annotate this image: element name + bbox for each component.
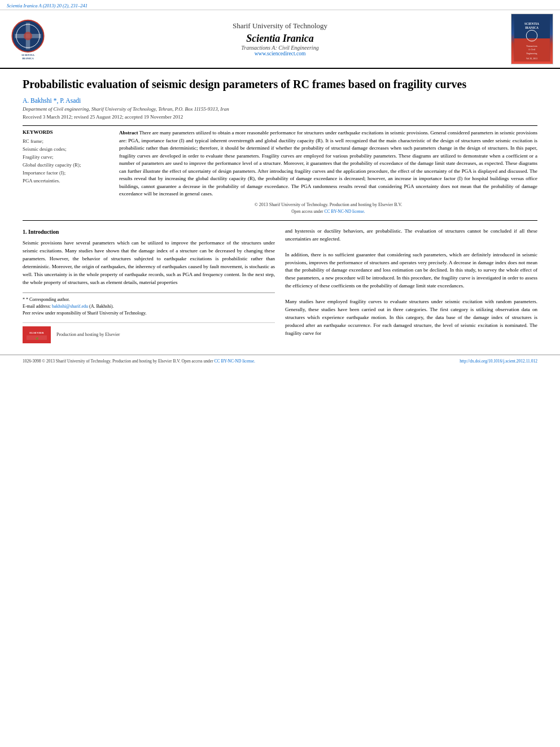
section1-number: 1. xyxy=(23,229,27,235)
scientia-iranica-logo: SCIENTIA IRANICA xyxy=(7,18,49,60)
section1-col2-para3: Many studies have employed fragility cur… xyxy=(285,298,537,338)
svg-point-5 xyxy=(24,32,32,40)
left-column: 1. Introduction Seismic provisions have … xyxy=(23,228,275,343)
section1-col1-para1: Seismic provisions have several paramete… xyxy=(23,239,275,287)
logo-right: SCIENTIA IRANICA Transactions A: Civil E… xyxy=(502,14,553,64)
body-columns: 1. Introduction Seismic provisions have … xyxy=(23,228,537,343)
elsevier-production-text: Production and hosting by Elsevier xyxy=(56,331,120,338)
keyword-3: Fragility curve; xyxy=(23,153,110,161)
email-address[interactable]: bakhshi@sharif.edu xyxy=(52,304,88,309)
email-label: E-mail address: xyxy=(23,304,51,309)
university-name: Sharif University of Technology xyxy=(63,21,497,30)
section1-col2-para2: In addition, there is no sufficient guar… xyxy=(285,251,537,291)
top-divider xyxy=(23,125,537,126)
issn-text: 1026-3098 © 2013 Sharif University of Te… xyxy=(23,359,213,364)
authors: A. Bakhshi *, P. Asadi xyxy=(23,97,537,104)
elsevier-logo: ELSEVIER 🌿 xyxy=(23,326,51,343)
keyword-5: Importance factor (I); xyxy=(23,169,110,177)
keyword-2: Seismic design codes; xyxy=(23,145,110,153)
journal-name: Scientia Iranica xyxy=(63,33,497,45)
svg-text:ELSEVIER: ELSEVIER xyxy=(29,331,44,334)
svg-text:SCIENTIA: SCIENTIA xyxy=(524,22,539,25)
bottom-doi: http://dx.doi.org/10.1016/j.scient.2012.… xyxy=(460,359,537,364)
keyword-6: PGA uncertainties. xyxy=(23,177,110,185)
abstract-label: Abstract xyxy=(119,130,138,136)
corresponding-author-label: * Corresponding author. xyxy=(26,297,70,302)
keywords-box: KEYWORDS RC frame; Seismic design codes;… xyxy=(23,129,110,215)
journal-url: www.sciencedirect.com xyxy=(63,51,497,56)
transactions-label: Transactions A: Civil Engineering xyxy=(63,45,497,51)
author-names: A. Bakhshi *, P. Asadi xyxy=(23,97,81,104)
body-divider xyxy=(23,220,537,221)
bottom-left: 1026-3098 © 2013 Sharif University of Te… xyxy=(23,359,255,364)
section1-col2-para1: and hysteresis or ductility behaviors, a… xyxy=(285,228,537,243)
svg-rect-17 xyxy=(24,327,49,343)
affiliation: Department of Civil engineering, Sharif … xyxy=(23,106,537,112)
footnote-area: * * Corresponding author. E-mail address… xyxy=(23,292,275,317)
svg-text:A: Civil: A: Civil xyxy=(528,49,536,51)
keyword-1: RC frame; xyxy=(23,137,110,145)
cc-link[interactable]: CC BY-NC-ND license. xyxy=(324,209,365,214)
right-column: and hysteresis or ductility behaviors, a… xyxy=(285,228,537,343)
bottom-bar: 1026-3098 © 2013 Sharif University of Te… xyxy=(0,355,560,366)
paper-title: Probabilistic evaluation of seismic desi… xyxy=(23,77,537,91)
star-symbol: * xyxy=(23,297,25,302)
center-block: Sharif University of Technology Scientia… xyxy=(63,21,497,56)
abstract-body: There are many parameters utilized to ob… xyxy=(119,130,537,196)
page: Scientia Iranica A (2013) 20 (2), 231–24… xyxy=(0,0,560,747)
section1-title: 1. Introduction xyxy=(23,228,275,237)
elsevier-logo-svg: ELSEVIER 🌿 xyxy=(24,327,49,343)
keywords-title: KEYWORDS xyxy=(23,129,110,135)
copyright-text: © 2013 Sharif University of Technology. … xyxy=(255,202,403,207)
logo-right-box: SCIENTIA IRANICA Transactions A: Civil E… xyxy=(511,14,553,64)
doi-link[interactable]: http://dx.doi.org/10.1016/j.scient.2012.… xyxy=(460,359,537,364)
open-access-line: Open access under CC BY-NC-ND license. xyxy=(119,208,537,215)
top-banner: SCIENTIA IRANICA Sharif University of Te… xyxy=(0,10,560,69)
footnote-star: * * Corresponding author. xyxy=(23,296,275,303)
author-initial: (A. Bakhshi). xyxy=(89,304,113,309)
svg-text:🌿: 🌿 xyxy=(36,337,38,340)
copyright-block: © 2013 Sharif University of Technology. … xyxy=(119,202,537,208)
section1-heading: Introduction xyxy=(28,229,59,235)
svg-text:IRANICA: IRANICA xyxy=(525,26,539,29)
svg-text:IRANICA: IRANICA xyxy=(22,57,34,60)
journal-reference: Scientia Iranica A (2013) 20 (2), 231–24… xyxy=(7,3,88,8)
email-line: E-mail address: bakhshi@sharif.edu (A. B… xyxy=(23,303,275,310)
right-journal-cover: SCIENTIA IRANICA Transactions A: Civil E… xyxy=(514,16,550,62)
logo-left: SCIENTIA IRANICA xyxy=(7,18,58,61)
main-content: Probabilistic evaluation of seismic desi… xyxy=(0,69,560,355)
svg-text:Engineering: Engineering xyxy=(527,53,537,55)
abstract-text-box: Abstract There are many parameters utili… xyxy=(119,129,537,215)
header-strip: Scientia Iranica A (2013) 20 (2), 231–24… xyxy=(0,0,560,10)
svg-text:Transactions: Transactions xyxy=(526,45,537,47)
elsevier-footer: ELSEVIER 🌿 Production and hosting by Els… xyxy=(23,322,275,343)
abstract-section: KEYWORDS RC frame; Seismic design codes;… xyxy=(23,129,537,215)
keyword-4: Global ductility capacity (R); xyxy=(23,161,110,169)
peer-review-note: Peer review under responsibility of Shar… xyxy=(23,310,275,317)
svg-text:SCIENTIA: SCIENTIA xyxy=(21,53,34,56)
bottom-cc-link[interactable]: CC BY-NC-ND license. xyxy=(215,359,255,364)
received-dates: Received 3 March 2012; revised 25 August… xyxy=(23,114,537,120)
keywords-list: RC frame; Seismic design codes; Fragilit… xyxy=(23,137,110,185)
